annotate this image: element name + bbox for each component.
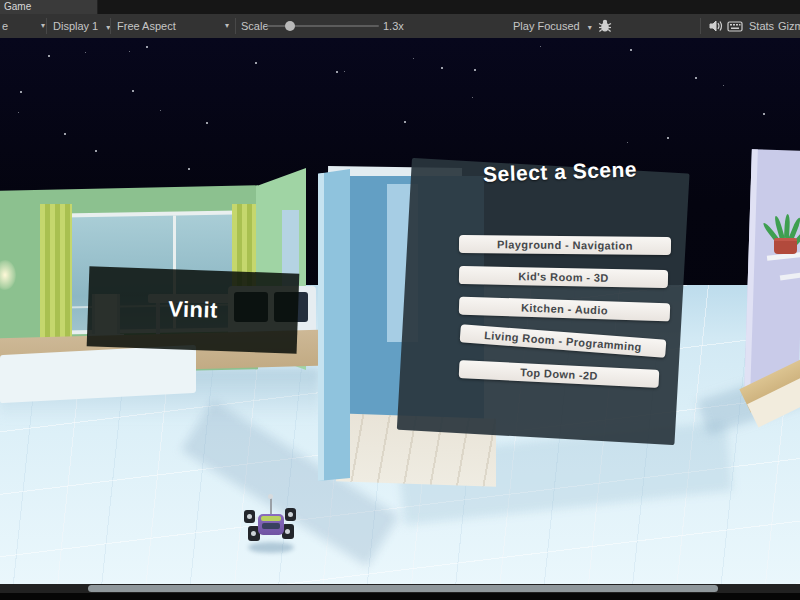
scale-label: Scale: [241, 14, 269, 38]
display-dropdown[interactable]: Display 1 ▾: [53, 14, 110, 38]
curtain-left: [40, 204, 72, 354]
player-name-plate: Vinit: [87, 266, 300, 353]
star: [344, 71, 345, 72]
plant-pot: [774, 238, 797, 254]
robot-wheel: [285, 508, 296, 521]
star: [441, 67, 443, 69]
star: [132, 90, 134, 92]
chevron-down-icon: ▾: [225, 14, 229, 38]
star: [627, 142, 628, 143]
chevron-down-icon: ▾: [41, 14, 45, 38]
star: [188, 168, 190, 170]
gizmos-dropdown-label: Gizmos: [778, 20, 800, 32]
robot-antenna: [270, 497, 272, 514]
star: [20, 91, 22, 93]
horizontal-scrollbar-thumb[interactable]: [88, 585, 718, 592]
scene-button[interactable]: Playground - Navigation: [459, 235, 671, 255]
star: [404, 121, 406, 123]
robot-shadow: [248, 542, 294, 553]
scale-label-text: Scale: [241, 20, 269, 32]
star: [64, 133, 66, 135]
horizontal-scrollbar[interactable]: [0, 584, 800, 600]
aspect-dropdown-label: Free Aspect: [117, 20, 176, 32]
unity-game-view: Game e ▾ Display 1 ▾ Free Aspect ▾ Scale…: [0, 0, 800, 600]
star: [206, 122, 208, 124]
keyboard-icon[interactable]: [727, 19, 743, 33]
star: [540, 46, 541, 47]
stats-button[interactable]: Stats: [749, 14, 774, 38]
focus-mode-dropdown[interactable]: Play Focused ▾: [513, 14, 592, 38]
wheel-hub: [288, 512, 293, 517]
robot-windshield: [262, 523, 280, 529]
tab-bar: Game: [0, 0, 800, 14]
star: [723, 85, 724, 86]
focus-dropdown-label: Play Focused: [513, 20, 580, 32]
kitchen-left-wall: [318, 169, 350, 481]
star: [95, 150, 97, 152]
aspect-ratio-dropdown[interactable]: Free Aspect ▾: [117, 14, 235, 38]
view-mode-label: e: [2, 20, 8, 32]
star: [146, 46, 148, 48]
star: [474, 69, 476, 71]
star: [472, 97, 473, 98]
stats-button-label: Stats: [749, 20, 774, 32]
star: [336, 71, 338, 73]
star: [413, 58, 414, 59]
star: [695, 77, 697, 79]
gizmos-dropdown[interactable]: Gizmos: [778, 14, 800, 38]
star: [667, 137, 669, 139]
player-name-label: Vinit: [168, 296, 219, 324]
robot-antenna-tip: [268, 494, 273, 499]
scale-slider[interactable]: [267, 25, 379, 27]
robot-roof-stripe: [261, 516, 281, 521]
toolbar-divider: [110, 18, 111, 34]
game-viewport[interactable]: Vinit Select a Scene Playground - Naviga…: [0, 38, 800, 584]
star: [48, 55, 50, 57]
bug-icon[interactable]: [597, 19, 613, 33]
robot-rover: [240, 506, 300, 554]
speaker-icon[interactable]: [708, 19, 724, 33]
wheel-hub: [285, 529, 290, 534]
wheel-hub: [251, 531, 256, 536]
scale-value-text: 1.3x: [383, 20, 404, 32]
scale-slider-knob[interactable]: [285, 21, 295, 31]
toolbar-divider: [700, 18, 701, 34]
star: [630, 49, 632, 51]
game-view-toolbar: e ▾ Display 1 ▾ Free Aspect ▾ Scale 1.3x…: [0, 14, 800, 38]
tab-game[interactable]: Game: [0, 0, 98, 14]
star: [85, 52, 86, 53]
star: [763, 113, 765, 115]
robot-wheel: [244, 510, 255, 523]
view-mode-dropdown[interactable]: e ▾: [2, 14, 8, 38]
left-room-rug: [0, 345, 196, 403]
toolbar-divider: [235, 18, 236, 34]
chevron-down-icon: ▾: [588, 23, 592, 32]
star: [160, 110, 161, 111]
display-dropdown-label: Display 1: [53, 20, 98, 32]
wheel-hub: [247, 514, 252, 519]
tab-game-label: Game: [4, 1, 31, 12]
star: [18, 112, 19, 113]
star: [129, 51, 130, 52]
toolbar-divider: [46, 18, 47, 34]
star: [255, 62, 257, 64]
scale-value: 1.3x: [383, 14, 404, 38]
